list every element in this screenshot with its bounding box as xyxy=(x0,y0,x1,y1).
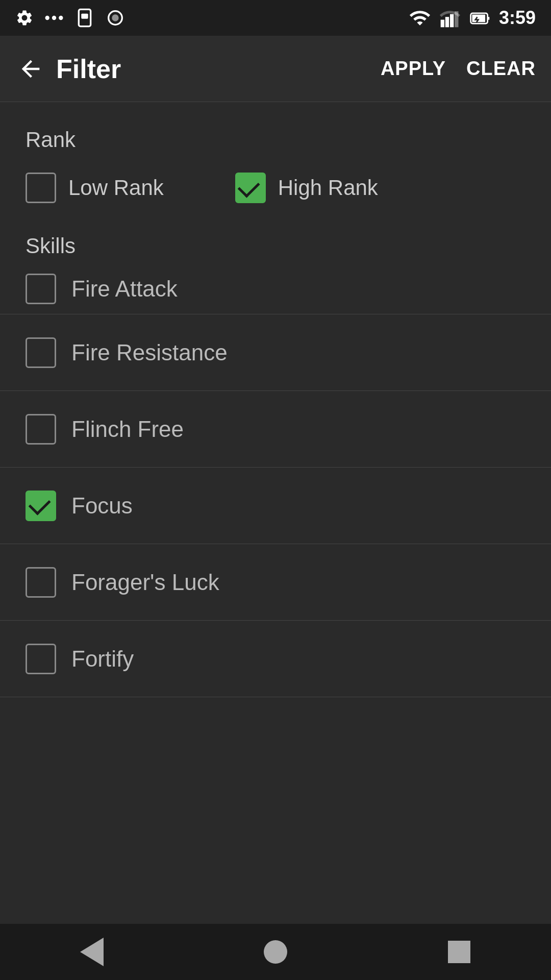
low-rank-checkbox[interactable] xyxy=(26,173,56,203)
foragers-luck-label: Forager's Luck xyxy=(71,570,219,595)
nav-back-button[interactable] xyxy=(71,932,112,972)
fortify-label: Fortify xyxy=(71,646,134,672)
list-item[interactable]: Forager's Luck xyxy=(0,544,551,621)
svg-point-6 xyxy=(112,14,118,21)
skills-section: Skills Fire Attack Fire Resistance Flinc… xyxy=(0,224,551,697)
list-item[interactable]: Focus xyxy=(0,468,551,544)
foragers-luck-checkbox[interactable] xyxy=(26,567,56,598)
battery-icon xyxy=(469,7,491,29)
svg-rect-7 xyxy=(441,20,444,28)
fortify-checkbox[interactable] xyxy=(26,644,56,674)
skills-header: Skills xyxy=(0,224,551,258)
status-icons-right: 3:59 xyxy=(409,7,536,29)
dots-icon xyxy=(44,8,64,28)
fire-resistance-label: Fire Resistance xyxy=(71,340,228,365)
focus-label: Focus xyxy=(71,493,133,519)
status-bar: 3:59 xyxy=(0,0,551,36)
rank-section: Rank Low Rank High Rank xyxy=(0,102,551,218)
nav-bar xyxy=(0,924,551,980)
list-item[interactable]: Flinch Free xyxy=(0,391,551,468)
app-bar: Filter APPLY CLEAR xyxy=(0,36,551,102)
svg-rect-10 xyxy=(455,11,458,27)
recent-icon xyxy=(448,941,470,963)
back-icon xyxy=(80,938,104,966)
flinch-free-checkbox[interactable] xyxy=(26,414,56,445)
apply-button[interactable]: APPLY xyxy=(381,58,446,80)
svg-point-0 xyxy=(45,16,49,20)
filter-content: Rank Low Rank High Rank Skills Fire Atta… xyxy=(0,102,551,697)
focus-checkbox[interactable] xyxy=(26,491,56,521)
svg-rect-9 xyxy=(450,14,454,28)
nfc-icon xyxy=(105,8,126,28)
svg-rect-12 xyxy=(472,15,485,22)
list-item[interactable]: Fire Resistance xyxy=(0,314,551,391)
settings-icon xyxy=(15,9,34,27)
fire-attack-checkbox[interactable] xyxy=(26,274,56,304)
svg-rect-4 xyxy=(81,14,88,19)
svg-rect-8 xyxy=(445,17,449,27)
home-icon xyxy=(264,940,287,964)
status-icons-left xyxy=(15,8,126,28)
back-button[interactable] xyxy=(15,54,46,84)
clear-button[interactable]: CLEAR xyxy=(466,58,536,80)
svg-point-2 xyxy=(59,16,63,20)
svg-point-1 xyxy=(52,16,56,20)
page-title: Filter xyxy=(56,54,381,84)
nav-recent-button[interactable] xyxy=(439,932,480,972)
list-item[interactable]: Fire Attack xyxy=(0,263,551,314)
app-bar-actions: APPLY CLEAR xyxy=(381,58,536,80)
fire-attack-label: Fire Attack xyxy=(71,276,178,302)
high-rank-label: High Rank xyxy=(278,176,378,200)
wifi-icon xyxy=(409,7,431,29)
flinch-free-label: Flinch Free xyxy=(71,416,184,442)
list-item[interactable]: Fortify xyxy=(0,621,551,697)
nav-home-button[interactable] xyxy=(255,932,296,972)
high-rank-option[interactable]: High Rank xyxy=(235,173,378,203)
fire-resistance-checkbox[interactable] xyxy=(26,337,56,368)
rank-header: Rank xyxy=(26,112,525,162)
high-rank-checkbox[interactable] xyxy=(235,173,266,203)
rank-options: Low Rank High Rank xyxy=(26,173,525,203)
signal-icon xyxy=(439,7,461,29)
time-display: 3:59 xyxy=(499,7,536,29)
low-rank-label: Low Rank xyxy=(68,176,164,200)
sim-icon xyxy=(74,8,95,28)
low-rank-option[interactable]: Low Rank xyxy=(26,173,164,203)
